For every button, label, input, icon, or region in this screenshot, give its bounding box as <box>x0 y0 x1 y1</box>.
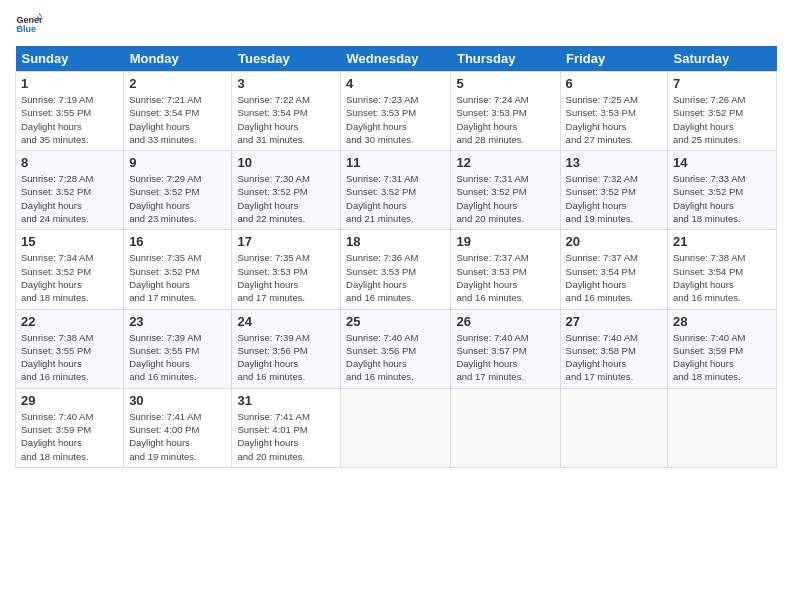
table-row: 22 Sunrise: 7:38 AM Sunset: 3:55 PM Dayl… <box>16 309 124 388</box>
table-row: 23 Sunrise: 7:39 AM Sunset: 3:55 PM Dayl… <box>124 309 232 388</box>
day-number: 17 <box>237 234 335 249</box>
col-saturday: Saturday <box>668 46 777 72</box>
table-row: 29 Sunrise: 7:40 AM Sunset: 3:59 PM Dayl… <box>16 388 124 467</box>
day-info: Sunrise: 7:29 AM Sunset: 3:52 PM Dayligh… <box>129 172 226 225</box>
table-row: 21 Sunrise: 7:38 AM Sunset: 3:54 PM Dayl… <box>668 230 777 309</box>
col-tuesday: Tuesday <box>232 46 341 72</box>
day-number: 26 <box>456 314 554 329</box>
day-number: 23 <box>129 314 226 329</box>
day-number: 13 <box>566 155 662 170</box>
day-info: Sunrise: 7:32 AM Sunset: 3:52 PM Dayligh… <box>566 172 662 225</box>
calendar-table: Sunday Monday Tuesday Wednesday Thursday… <box>15 46 777 468</box>
table-row: 18 Sunrise: 7:36 AM Sunset: 3:53 PM Dayl… <box>341 230 451 309</box>
day-number: 24 <box>237 314 335 329</box>
day-number: 2 <box>129 76 226 91</box>
table-row: 8 Sunrise: 7:28 AM Sunset: 3:52 PM Dayli… <box>16 151 124 230</box>
day-info: Sunrise: 7:40 AM Sunset: 3:59 PM Dayligh… <box>21 410 118 463</box>
day-number: 25 <box>346 314 445 329</box>
table-row: 2 Sunrise: 7:21 AM Sunset: 3:54 PM Dayli… <box>124 72 232 151</box>
day-info: Sunrise: 7:40 AM Sunset: 3:57 PM Dayligh… <box>456 331 554 384</box>
table-row: 24 Sunrise: 7:39 AM Sunset: 3:56 PM Dayl… <box>232 309 341 388</box>
day-number: 7 <box>673 76 771 91</box>
day-number: 19 <box>456 234 554 249</box>
table-row <box>341 388 451 467</box>
table-row: 6 Sunrise: 7:25 AM Sunset: 3:53 PM Dayli… <box>560 72 667 151</box>
calendar-header-row: Sunday Monday Tuesday Wednesday Thursday… <box>16 46 777 72</box>
day-info: Sunrise: 7:26 AM Sunset: 3:52 PM Dayligh… <box>673 93 771 146</box>
table-row: 7 Sunrise: 7:26 AM Sunset: 3:52 PM Dayli… <box>668 72 777 151</box>
table-row: 17 Sunrise: 7:35 AM Sunset: 3:53 PM Dayl… <box>232 230 341 309</box>
day-number: 12 <box>456 155 554 170</box>
day-number: 29 <box>21 393 118 408</box>
table-row: 30 Sunrise: 7:41 AM Sunset: 4:00 PM Dayl… <box>124 388 232 467</box>
day-number: 1 <box>21 76 118 91</box>
logo: General Blue <box>15 10 43 38</box>
day-info: Sunrise: 7:23 AM Sunset: 3:53 PM Dayligh… <box>346 93 445 146</box>
day-info: Sunrise: 7:31 AM Sunset: 3:52 PM Dayligh… <box>346 172 445 225</box>
day-number: 27 <box>566 314 662 329</box>
day-info: Sunrise: 7:33 AM Sunset: 3:52 PM Dayligh… <box>673 172 771 225</box>
table-row: 10 Sunrise: 7:30 AM Sunset: 3:52 PM Dayl… <box>232 151 341 230</box>
day-number: 3 <box>237 76 335 91</box>
day-info: Sunrise: 7:28 AM Sunset: 3:52 PM Dayligh… <box>21 172 118 225</box>
day-number: 9 <box>129 155 226 170</box>
day-number: 18 <box>346 234 445 249</box>
table-row: 14 Sunrise: 7:33 AM Sunset: 3:52 PM Dayl… <box>668 151 777 230</box>
day-info: Sunrise: 7:41 AM Sunset: 4:01 PM Dayligh… <box>237 410 335 463</box>
day-number: 31 <box>237 393 335 408</box>
day-info: Sunrise: 7:37 AM Sunset: 3:53 PM Dayligh… <box>456 251 554 304</box>
col-sunday: Sunday <box>16 46 124 72</box>
day-number: 5 <box>456 76 554 91</box>
day-number: 16 <box>129 234 226 249</box>
table-row: 16 Sunrise: 7:35 AM Sunset: 3:52 PM Dayl… <box>124 230 232 309</box>
table-row: 31 Sunrise: 7:41 AM Sunset: 4:01 PM Dayl… <box>232 388 341 467</box>
table-row: 13 Sunrise: 7:32 AM Sunset: 3:52 PM Dayl… <box>560 151 667 230</box>
day-number: 28 <box>673 314 771 329</box>
table-row: 27 Sunrise: 7:40 AM Sunset: 3:58 PM Dayl… <box>560 309 667 388</box>
day-info: Sunrise: 7:34 AM Sunset: 3:52 PM Dayligh… <box>21 251 118 304</box>
day-number: 20 <box>566 234 662 249</box>
day-number: 4 <box>346 76 445 91</box>
day-info: Sunrise: 7:24 AM Sunset: 3:53 PM Dayligh… <box>456 93 554 146</box>
calendar-week-row: 29 Sunrise: 7:40 AM Sunset: 3:59 PM Dayl… <box>16 388 777 467</box>
day-info: Sunrise: 7:40 AM Sunset: 3:58 PM Dayligh… <box>566 331 662 384</box>
calendar-week-row: 1 Sunrise: 7:19 AM Sunset: 3:55 PM Dayli… <box>16 72 777 151</box>
day-info: Sunrise: 7:39 AM Sunset: 3:56 PM Dayligh… <box>237 331 335 384</box>
calendar-week-row: 22 Sunrise: 7:38 AM Sunset: 3:55 PM Dayl… <box>16 309 777 388</box>
day-info: Sunrise: 7:40 AM Sunset: 3:56 PM Dayligh… <box>346 331 445 384</box>
day-info: Sunrise: 7:35 AM Sunset: 3:52 PM Dayligh… <box>129 251 226 304</box>
col-thursday: Thursday <box>451 46 560 72</box>
day-info: Sunrise: 7:30 AM Sunset: 3:52 PM Dayligh… <box>237 172 335 225</box>
calendar-week-row: 15 Sunrise: 7:34 AM Sunset: 3:52 PM Dayl… <box>16 230 777 309</box>
table-row: 26 Sunrise: 7:40 AM Sunset: 3:57 PM Dayl… <box>451 309 560 388</box>
calendar-body: 1 Sunrise: 7:19 AM Sunset: 3:55 PM Dayli… <box>16 72 777 468</box>
day-info: Sunrise: 7:39 AM Sunset: 3:55 PM Dayligh… <box>129 331 226 384</box>
table-row: 5 Sunrise: 7:24 AM Sunset: 3:53 PM Dayli… <box>451 72 560 151</box>
day-number: 11 <box>346 155 445 170</box>
col-monday: Monday <box>124 46 232 72</box>
day-number: 14 <box>673 155 771 170</box>
col-friday: Friday <box>560 46 667 72</box>
day-info: Sunrise: 7:38 AM Sunset: 3:55 PM Dayligh… <box>21 331 118 384</box>
day-info: Sunrise: 7:36 AM Sunset: 3:53 PM Dayligh… <box>346 251 445 304</box>
table-row: 9 Sunrise: 7:29 AM Sunset: 3:52 PM Dayli… <box>124 151 232 230</box>
day-number: 30 <box>129 393 226 408</box>
table-row: 1 Sunrise: 7:19 AM Sunset: 3:55 PM Dayli… <box>16 72 124 151</box>
table-row: 19 Sunrise: 7:37 AM Sunset: 3:53 PM Dayl… <box>451 230 560 309</box>
svg-text:Blue: Blue <box>16 24 36 34</box>
day-info: Sunrise: 7:21 AM Sunset: 3:54 PM Dayligh… <box>129 93 226 146</box>
day-number: 8 <box>21 155 118 170</box>
table-row <box>451 388 560 467</box>
day-number: 15 <box>21 234 118 249</box>
svg-text:General: General <box>16 15 43 25</box>
col-wednesday: Wednesday <box>341 46 451 72</box>
day-info: Sunrise: 7:31 AM Sunset: 3:52 PM Dayligh… <box>456 172 554 225</box>
day-number: 22 <box>21 314 118 329</box>
table-row: 20 Sunrise: 7:37 AM Sunset: 3:54 PM Dayl… <box>560 230 667 309</box>
day-info: Sunrise: 7:38 AM Sunset: 3:54 PM Dayligh… <box>673 251 771 304</box>
day-number: 21 <box>673 234 771 249</box>
page-container: General Blue Sunday Monday Tuesday Wedne… <box>0 0 792 478</box>
day-info: Sunrise: 7:40 AM Sunset: 3:59 PM Dayligh… <box>673 331 771 384</box>
day-number: 10 <box>237 155 335 170</box>
table-row: 15 Sunrise: 7:34 AM Sunset: 3:52 PM Dayl… <box>16 230 124 309</box>
